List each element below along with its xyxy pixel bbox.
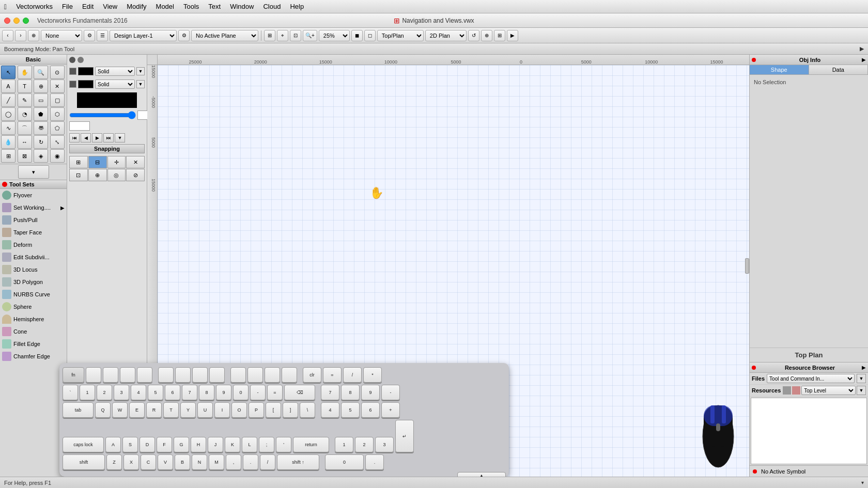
key-slash[interactable]: / xyxy=(260,454,275,470)
key-i[interactable]: I xyxy=(214,402,230,418)
key-z[interactable]: Z xyxy=(106,454,122,470)
key-0[interactable]: 0 xyxy=(233,385,249,400)
key-s[interactable]: S xyxy=(122,437,138,452)
key-t[interactable]: T xyxy=(163,402,179,418)
key-period[interactable]: . xyxy=(243,454,258,470)
panel-resize-handle[interactable]: ▕ xyxy=(745,258,749,274)
eyedrop-tool[interactable]: 💧 xyxy=(1,135,16,149)
key-e[interactable]: E xyxy=(129,402,145,418)
media-next-btn[interactable]: ⏭ xyxy=(103,133,114,143)
line-tool[interactable]: ╱ xyxy=(1,93,16,107)
toolset-setworking[interactable]: Set Working.... ▶ xyxy=(0,201,67,214)
pencil-tool[interactable]: ✎ xyxy=(18,93,32,107)
files-select[interactable]: Tool and Command In... xyxy=(767,374,855,383)
key-w[interactable]: W xyxy=(112,402,128,418)
media-back-btn[interactable]: ◀ xyxy=(81,133,91,143)
key-j[interactable]: J xyxy=(208,437,223,452)
key-m[interactable]: M xyxy=(209,454,224,470)
toolset-cone[interactable]: Cone xyxy=(0,325,67,338)
key-f8[interactable] xyxy=(209,367,225,383)
key-lshift[interactable]: shift xyxy=(63,454,105,470)
key-rshift[interactable]: shift ↑ xyxy=(277,454,319,470)
key-np-minus[interactable]: - xyxy=(381,385,400,400)
none-select[interactable]: None xyxy=(41,30,82,41)
key-f2[interactable] xyxy=(103,367,118,383)
close-button[interactable] xyxy=(4,18,10,24)
menu-help[interactable]: Help xyxy=(286,2,308,11)
key-backslash[interactable]: \ xyxy=(300,402,315,418)
key-f11[interactable] xyxy=(265,367,280,383)
extra-btn1[interactable]: ↺ xyxy=(468,30,479,41)
key-np-div[interactable]: / xyxy=(343,367,362,383)
key-np-3[interactable]: 3 xyxy=(375,437,394,452)
toolset-taperface[interactable]: Taper Face xyxy=(0,226,67,239)
files-options-btn[interactable]: ▼ xyxy=(857,374,866,383)
zoom-in-btn[interactable]: 🔍+ xyxy=(303,30,317,41)
key-1[interactable]: 1 xyxy=(80,385,95,400)
key-np-9[interactable]: 9 xyxy=(361,385,380,400)
attr-tool[interactable]: A xyxy=(1,80,16,93)
key-np-6[interactable]: 6 xyxy=(361,402,380,418)
key-tab[interactable]: tab xyxy=(63,402,94,418)
resources-select[interactable]: Top Level xyxy=(801,386,856,395)
toolset-3dpoly[interactable]: 3D Polygon xyxy=(0,276,67,288)
rotate-tool[interactable]: ↻ xyxy=(34,135,48,149)
polygon-tool[interactable]: ⬟ xyxy=(34,107,48,121)
key-return[interactable]: return xyxy=(293,437,329,452)
rect-tool[interactable]: ▭ xyxy=(34,93,48,107)
key-2[interactable]: 2 xyxy=(97,385,112,400)
render-btn[interactable]: ◼ xyxy=(351,30,363,41)
toolset-editsubdiv[interactable]: Edit Subdivii... xyxy=(0,251,67,263)
toolset-filletedge[interactable]: Fillet Edge xyxy=(0,338,67,350)
minimize-button[interactable] xyxy=(13,18,20,24)
key-np-mul[interactable]: * xyxy=(363,367,382,383)
key-np-plus[interactable]: + xyxy=(381,402,400,418)
snap-btn-center[interactable]: ◎ xyxy=(107,169,126,181)
key-f7[interactable] xyxy=(192,367,208,383)
key-np-7[interactable]: 7 xyxy=(321,385,339,400)
circle-tool[interactable]: ◯ xyxy=(1,107,16,121)
key-np-eq[interactable]: = xyxy=(323,367,342,383)
obj-info-expand[interactable]: ▶ xyxy=(862,57,866,62)
key-c[interactable]: C xyxy=(141,454,156,470)
bezier-tool[interactable]: ∿ xyxy=(1,121,16,135)
menu-view[interactable]: View xyxy=(99,2,121,11)
key-l[interactable]: L xyxy=(242,437,257,452)
snap-btn-midpoint[interactable]: ⊕ xyxy=(88,169,107,181)
color-preview[interactable] xyxy=(77,92,137,108)
arc-tool[interactable]: ◔ xyxy=(18,107,32,121)
delete-tool[interactable]: ✕ xyxy=(50,80,65,93)
key-8[interactable]: 8 xyxy=(199,385,214,400)
stroke-swatch[interactable] xyxy=(78,80,94,88)
key-np-dot[interactable]: . xyxy=(365,454,384,470)
menu-vectorworks[interactable]: Vectorworks xyxy=(12,2,57,11)
back-button[interactable]: ‹ xyxy=(2,30,13,41)
key-f4[interactable] xyxy=(137,367,152,383)
more-tool3[interactable]: ◉ xyxy=(50,149,65,163)
freehand-tool[interactable]: 〠 xyxy=(34,121,48,135)
key-b[interactable]: B xyxy=(175,454,190,470)
key-np-2[interactable]: 2 xyxy=(355,437,374,452)
flyover-tool[interactable]: ⊙ xyxy=(50,66,65,79)
stroke-options-btn[interactable]: ▼ xyxy=(136,80,145,88)
key-equals[interactable]: = xyxy=(267,385,283,400)
select-tool[interactable]: ↖ xyxy=(1,66,16,79)
toolset-3dlocus[interactable]: 3D Locus xyxy=(0,263,67,276)
view-btn1[interactable]: ⊞ xyxy=(264,30,275,41)
key-f5[interactable] xyxy=(158,367,174,383)
key-np-1[interactable]: 1 xyxy=(335,437,353,452)
expand-icon[interactable]: ▶ xyxy=(860,45,864,52)
key-5[interactable]: 5 xyxy=(148,385,163,400)
key-n[interactable]: N xyxy=(192,454,207,470)
key-comma[interactable]: , xyxy=(226,454,241,470)
spline-tool[interactable]: ⌒ xyxy=(18,121,32,135)
key-u[interactable]: U xyxy=(197,402,213,418)
more-tool1[interactable]: ⊠ xyxy=(18,149,32,163)
forward-button[interactable]: › xyxy=(15,30,26,41)
resources-options-btn[interactable]: ▼ xyxy=(857,386,866,395)
layer-settings-btn[interactable]: ⚙ xyxy=(178,30,190,41)
mirror-tool[interactable]: ↔ xyxy=(18,135,32,149)
layer-vis-btn[interactable]: ☰ xyxy=(97,30,108,41)
fill-swatch[interactable] xyxy=(78,67,94,75)
bottom-expand[interactable]: ▾ xyxy=(861,480,864,485)
